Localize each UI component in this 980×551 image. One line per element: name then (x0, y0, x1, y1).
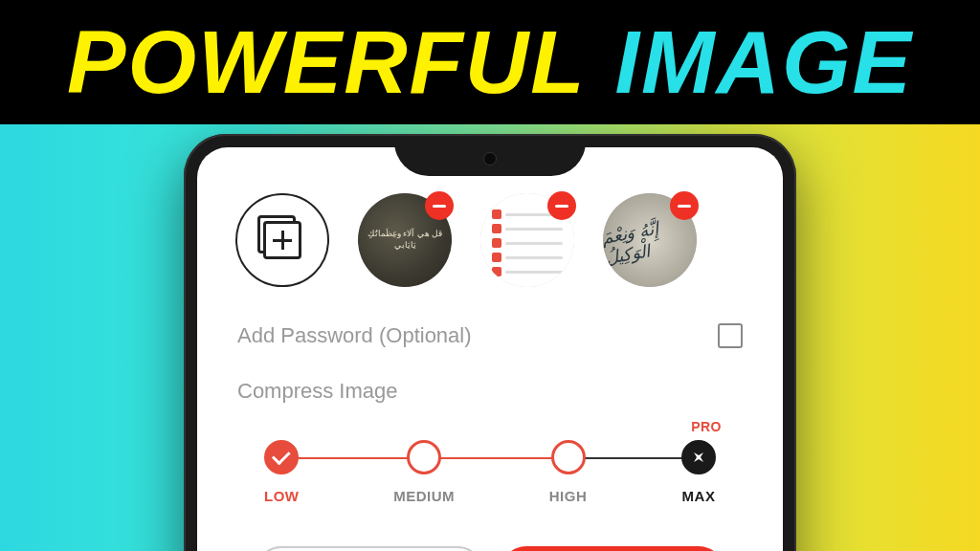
phone-frame: قل هي آلاء وعِظَماتُكِ يَايَابي (184, 134, 796, 551)
compress-label: Compress Image (226, 379, 754, 404)
add-icon (263, 221, 301, 259)
thumbnail-3[interactable]: إِنَّهُ وَنِعْمَ الْوَكِيلُ (603, 193, 697, 287)
compress-slider: LOW MEDIUM HIGH PRO MAX (226, 440, 754, 504)
check-icon (264, 440, 299, 474)
circle-icon (407, 440, 441, 474)
node-label-low: LOW (264, 488, 300, 504)
node-label-max: MAX (682, 488, 716, 504)
remove-icon[interactable] (670, 191, 699, 220)
add-image-button[interactable] (235, 193, 329, 287)
password-row: Add Password (Optional) (226, 323, 754, 348)
diamond-icon (681, 440, 716, 474)
phone-screen: قل هي آلاء وعِظَماتُكِ يَايَابي (197, 147, 783, 551)
app-content: قل هي آلاء وعِظَماتُكِ يَايَابي (197, 147, 783, 551)
convert-button[interactable] (500, 546, 725, 551)
pro-badge: PRO (691, 419, 722, 434)
banner-word-2: IMAGE (614, 12, 913, 113)
phone-notch (394, 147, 586, 176)
slider-node-high[interactable]: HIGH (549, 440, 588, 504)
circle-icon (551, 440, 586, 474)
thumbnail-1[interactable]: قل هي آلاء وعِظَماتُكِ يَايَابي (358, 193, 452, 287)
node-label-medium: MEDIUM (393, 488, 455, 504)
slider-node-max[interactable]: PRO MAX (681, 440, 716, 504)
thumbnail-row: قل هي آلاء وعِظَماتُكِ يَايَابي (226, 193, 754, 287)
thumbnail-2[interactable] (480, 193, 574, 287)
cancel-button[interactable] (255, 546, 484, 551)
slider-node-low[interactable]: LOW (264, 440, 300, 504)
banner-word-1: POWERFUL (67, 12, 586, 113)
password-label: Add Password (Optional) (237, 323, 472, 348)
remove-icon[interactable] (425, 191, 454, 220)
slider-node-medium[interactable]: MEDIUM (393, 440, 455, 504)
thumb1-caption: قل هي آلاء وعِظَماتُكِ يَايَابي (358, 221, 452, 258)
remove-icon[interactable] (547, 191, 576, 220)
node-label-high: HIGH (549, 488, 588, 504)
action-buttons (226, 546, 754, 551)
title-banner: POWERFUL IMAGE (0, 0, 980, 124)
password-checkbox[interactable] (718, 323, 743, 348)
